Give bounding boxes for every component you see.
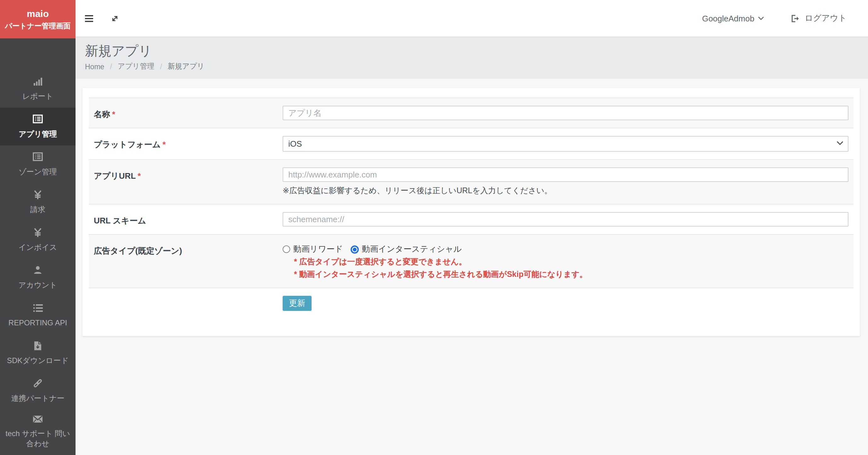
chevron-down-icon	[758, 17, 765, 20]
sign-out-icon	[791, 14, 800, 22]
required-asterisk: *	[137, 171, 141, 181]
platform-select[interactable]: iOS	[283, 136, 848, 152]
form-row-url-scheme: URL スキーム	[89, 204, 854, 234]
file-download-icon	[34, 340, 41, 351]
breadcrumb-current: 新規アプリ	[168, 62, 205, 71]
sidebar-item-label: 連携パートナー	[11, 393, 64, 403]
breadcrumb-app-management-link[interactable]: アプリ管理	[118, 62, 155, 71]
breadcrumb-separator: /	[110, 63, 112, 70]
form-row-name: 名称*	[89, 98, 854, 128]
list-alt-icon	[33, 152, 43, 162]
brand-subtitle: パートナー管理画面	[5, 23, 71, 30]
yen-icon	[33, 227, 42, 238]
brand-name: maio	[27, 9, 49, 18]
radio-label: 動画リワード	[293, 243, 343, 255]
logout-button[interactable]: ログアウト	[791, 12, 846, 24]
url-scheme-field-label: URL スキーム	[94, 216, 146, 225]
top-bar: GoogleAdmob ログアウト	[0, 0, 868, 36]
app-url-field-label: アプリURL	[94, 171, 136, 181]
app-name-input[interactable]	[283, 106, 848, 120]
app-url-help-text: ※広告収益に影響するため、リリース後は正しいURLを入力してください。	[283, 186, 848, 196]
sidebar-item-label: アカウント	[19, 280, 57, 290]
sidebar-item-label: アプリ管理	[19, 129, 57, 139]
envelope-icon	[33, 414, 43, 424]
sidebar-item-label: tech サポート 問い合わせ	[4, 429, 72, 449]
ad-type-warning: * 動画インタースティシャルを選択すると再生される動画がSkip可能になります。	[294, 269, 848, 280]
app-url-input[interactable]	[283, 167, 848, 182]
sidebar-item-invoice[interactable]: インボイス	[0, 221, 75, 259]
page-title: 新規アプリ	[85, 42, 868, 59]
list-icon	[33, 303, 42, 314]
required-asterisk: *	[112, 109, 115, 119]
sidebar-menu: レポート アプリ管理 ゾーン管理 請求	[0, 70, 75, 453]
yen-icon	[33, 189, 42, 200]
account-name: GoogleAdmob	[702, 13, 754, 23]
form-row-submit: 更新	[89, 288, 854, 311]
sidebar-item-reporting-api[interactable]: REPORTING API	[0, 296, 75, 334]
account-dropdown[interactable]: GoogleAdmob	[702, 13, 765, 23]
sidebar-item-label: SDKダウンロード	[7, 356, 69, 366]
sidebar-item-billing[interactable]: 請求	[0, 183, 75, 221]
breadcrumb-home-link[interactable]: Home	[85, 63, 104, 70]
url-scheme-input[interactable]	[283, 212, 848, 227]
radio-option-video-reward[interactable]: 動画リワード	[283, 243, 343, 255]
radio-label: 動画インタースティシャル	[362, 243, 462, 255]
sidebar-toggle-button[interactable]	[84, 13, 94, 23]
breadcrumb: Home / アプリ管理 / 新規アプリ	[85, 62, 868, 71]
user-icon	[33, 265, 42, 275]
form-row-ad-type: 広告タイプ(既定ゾーン) 動画リワード 動画インタースティシャル * 広告タイプ	[89, 234, 854, 288]
video-reward-radio[interactable]	[283, 246, 290, 253]
fullscreen-button[interactable]	[110, 13, 120, 23]
content-header: 新規アプリ Home / アプリ管理 / 新規アプリ	[75, 36, 868, 79]
sidebar-item-label: 請求	[30, 204, 45, 215]
form-row-platform: プラットフォーム* iOS	[89, 128, 854, 159]
ad-type-warning: * 広告タイプは一度選択すると変更できません。	[294, 257, 848, 267]
radio-option-video-interstitial[interactable]: 動画インタースティシャル	[350, 243, 462, 255]
video-interstitial-radio[interactable]	[350, 245, 359, 253]
submit-button[interactable]: 更新	[283, 296, 312, 311]
sidebar-item-account[interactable]: アカウント	[0, 259, 75, 296]
sidebar-item-label: レポート	[22, 91, 53, 101]
new-app-form-card: 名称* プラットフォーム* iOS	[83, 88, 860, 336]
sidebar-item-zone-management[interactable]: ゾーン管理	[0, 145, 75, 183]
expand-arrows-icon	[111, 14, 119, 22]
sidebar-item-partners[interactable]: 連携パートナー	[0, 372, 75, 410]
app-root: GoogleAdmob ログアウト maio パートナー管理画面	[0, 0, 868, 455]
sidebar-item-sdk-download[interactable]: SDKダウンロード	[0, 334, 75, 372]
sidebar-item-app-management[interactable]: アプリ管理	[0, 108, 75, 145]
sidebar: レポート アプリ管理 ゾーン管理 請求	[0, 36, 75, 455]
form-row-app-url: アプリURL* ※広告収益に影響するため、リリース後は正しいURLを入力してくだ…	[89, 159, 854, 204]
sidebar-item-report[interactable]: レポート	[0, 70, 75, 108]
content-area: 新規アプリ Home / アプリ管理 / 新規アプリ 名称*	[75, 36, 868, 455]
sidebar-item-label: ゾーン管理	[19, 167, 57, 177]
hamburger-icon	[85, 15, 93, 22]
link-icon	[33, 378, 43, 389]
sidebar-item-label: インボイス	[19, 242, 57, 252]
name-field-label: 名称	[94, 109, 110, 119]
sidebar-item-label: REPORTING API	[8, 318, 67, 328]
bar-chart-icon	[33, 76, 42, 87]
logout-label: ログアウト	[805, 12, 846, 24]
ad-type-field-label: 広告タイプ(既定ゾーン)	[94, 246, 182, 256]
sidebar-item-tech-support[interactable]: tech サポート 問い合わせ	[0, 410, 75, 453]
ad-type-radio-group: 動画リワード 動画インタースティシャル	[283, 242, 848, 255]
breadcrumb-separator: /	[160, 63, 162, 70]
list-alt-icon	[33, 114, 43, 125]
platform-field-label: プラットフォーム	[94, 140, 160, 149]
required-asterisk: *	[162, 140, 165, 149]
brand-logo[interactable]: maio パートナー管理画面	[0, 0, 75, 38]
